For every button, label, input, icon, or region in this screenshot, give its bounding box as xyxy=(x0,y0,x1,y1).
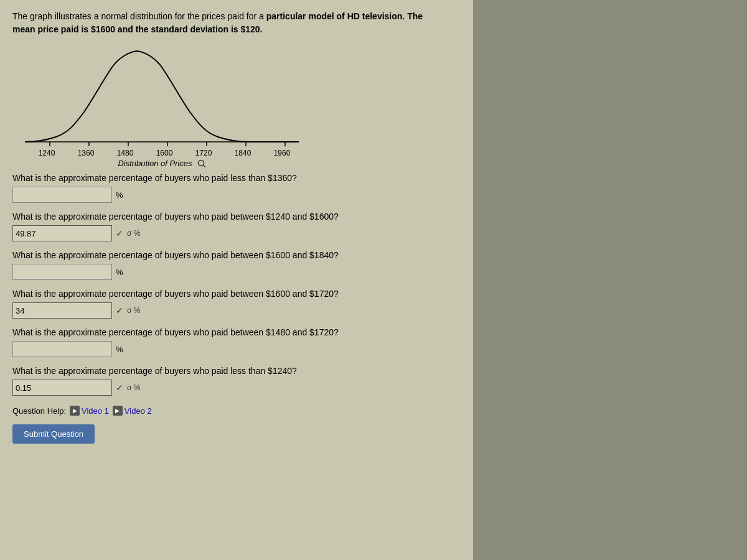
check-icon-2: ✓ xyxy=(116,228,123,238)
normal-distribution-chart: 1240 1360 1480 1600 1720 1840 1960 xyxy=(12,44,311,156)
graph-title: Distribution of Prices xyxy=(12,159,311,168)
question-6-text: What is the approximate percentage of bu… xyxy=(12,366,461,376)
question-2-text: What is the approximate percentage of bu… xyxy=(12,212,461,222)
video-1-icon: ▶ xyxy=(70,406,80,416)
help-label: Question Help: xyxy=(12,406,66,416)
search-icon[interactable] xyxy=(197,159,206,168)
question-3-unit: % xyxy=(116,268,123,277)
question-help: Question Help: ▶ Video 1 ▶ Video 2 xyxy=(12,406,461,416)
question-1-text: What is the approximate percentage of bu… xyxy=(12,173,461,183)
svg-text:1600: 1600 xyxy=(156,149,173,156)
question-1: What is the approximate percentage of bu… xyxy=(12,173,461,203)
question-1-unit: % xyxy=(116,190,123,200)
question-4-text: What is the approximate percentage of bu… xyxy=(12,289,461,299)
svg-text:1360: 1360 xyxy=(78,149,95,156)
check-icon-6: ✓ xyxy=(116,383,123,393)
svg-line-16 xyxy=(203,165,205,167)
svg-text:1840: 1840 xyxy=(235,149,251,156)
answer-5-input[interactable] xyxy=(12,341,112,357)
svg-text:1480: 1480 xyxy=(117,149,134,156)
question-2: What is the approximate percentage of bu… xyxy=(12,212,461,241)
question-5-unit: % xyxy=(116,345,123,354)
question-6: What is the approximate percentage of bu… xyxy=(12,366,461,396)
graph-container: 1240 1360 1480 1600 1720 1840 1960 Distr… xyxy=(12,44,311,168)
video-1-label: Video 1 xyxy=(82,406,109,416)
answer-6-input[interactable] xyxy=(12,380,112,396)
question-5-text: What is the approximate percentage of bu… xyxy=(12,327,461,337)
video-2-label: Video 2 xyxy=(125,406,152,416)
svg-text:1720: 1720 xyxy=(195,149,212,156)
question-5: What is the approximate percentage of bu… xyxy=(12,327,461,357)
question-4: What is the approximate percentage of bu… xyxy=(12,289,461,319)
sigma-percent-6: σ % xyxy=(127,383,140,392)
question-3: What is the approximate percentage of bu… xyxy=(12,250,461,280)
svg-text:1960: 1960 xyxy=(274,149,291,156)
answer-2-input[interactable] xyxy=(12,225,112,241)
submit-button[interactable]: Submit Question xyxy=(12,424,95,444)
video-1-link[interactable]: ▶ Video 1 xyxy=(70,406,109,416)
right-panel xyxy=(473,0,747,560)
video-2-link[interactable]: ▶ Video 2 xyxy=(113,406,152,416)
question-3-text: What is the approximate percentage of bu… xyxy=(12,250,461,260)
answer-4-input[interactable] xyxy=(12,302,112,319)
description-text: The graph illustrates a normal distribut… xyxy=(12,10,461,36)
check-icon-4: ✓ xyxy=(116,306,123,315)
video-2-icon: ▶ xyxy=(113,406,123,416)
main-content: The graph illustrates a normal distribut… xyxy=(0,0,473,560)
svg-text:1240: 1240 xyxy=(39,149,55,156)
sigma-percent-2: σ % xyxy=(127,229,140,238)
svg-point-15 xyxy=(198,160,204,166)
sigma-percent-4: σ % xyxy=(127,306,140,315)
answer-3-input[interactable] xyxy=(12,264,112,280)
answer-1-input[interactable] xyxy=(12,187,112,203)
